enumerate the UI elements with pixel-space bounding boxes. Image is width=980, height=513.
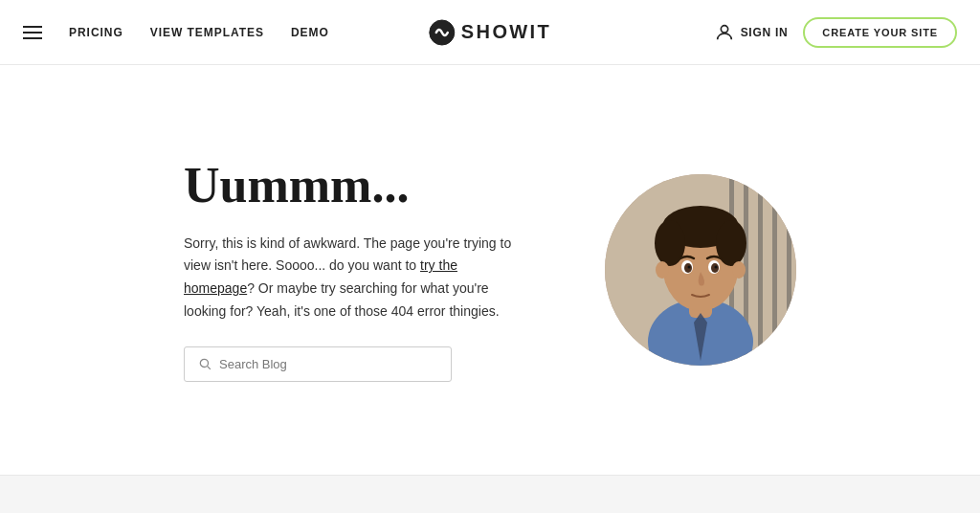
svg-point-2 [200, 360, 208, 368]
svg-rect-9 [787, 174, 791, 366]
error-description: Sorry, this is kind of awkward. The page… [184, 233, 528, 323]
person-illustration [605, 174, 796, 366]
nav-left: PRICING VIEW TEMPLATES DEMO [23, 26, 329, 39]
navbar: PRICING VIEW TEMPLATES DEMO SHOWIT SIGN … [0, 0, 980, 65]
svg-point-24 [732, 261, 746, 279]
search-box[interactable] [184, 346, 452, 382]
svg-line-3 [208, 367, 211, 369]
svg-rect-7 [758, 174, 763, 366]
footer-bar [0, 475, 980, 513]
description-before-link: Sorry, this is kind of awkward. The page… [184, 235, 511, 274]
search-icon [198, 357, 212, 370]
user-icon [714, 22, 735, 43]
text-section: Uummm... Sorry, this is kind of awkward.… [184, 158, 528, 381]
sign-in-button[interactable]: SIGN IN [714, 22, 789, 43]
sign-in-label: SIGN IN [741, 26, 789, 39]
view-templates-link[interactable]: VIEW TEMPLATES [150, 26, 264, 39]
avatar-circle [605, 174, 796, 366]
nav-right: SIGN IN CREATE YOUR SITE [714, 17, 957, 48]
svg-point-22 [715, 266, 718, 269]
svg-point-23 [656, 261, 669, 279]
avatar-section [605, 174, 796, 366]
showit-logo[interactable]: SHOWIT [429, 19, 551, 46]
main-content: Uummm... Sorry, this is kind of awkward.… [0, 65, 980, 475]
search-input[interactable] [219, 357, 437, 371]
svg-point-1 [721, 25, 727, 32]
pricing-link[interactable]: PRICING [69, 26, 123, 39]
create-site-button[interactable]: CREATE YOUR SITE [803, 17, 957, 48]
demo-link[interactable]: DEMO [291, 26, 329, 39]
svg-point-21 [688, 266, 691, 269]
showit-logo-text: SHOWIT [461, 21, 551, 43]
showit-logo-icon [429, 19, 456, 46]
error-heading: Uummm... [184, 158, 528, 212]
svg-rect-8 [772, 174, 777, 366]
nav-center: SHOWIT [429, 19, 551, 46]
hamburger-icon[interactable] [23, 26, 42, 39]
